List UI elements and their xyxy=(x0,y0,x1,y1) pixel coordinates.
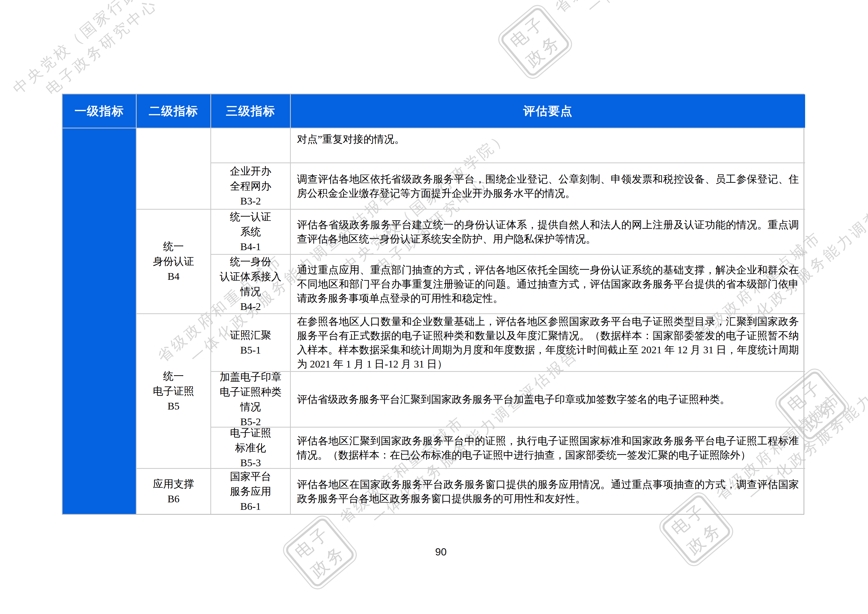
evaluation-indicator-table: 一级指标 二级指标 三级指标 评估要点 统一 身份认证 B4 统一 电子证照 B… xyxy=(62,94,804,515)
stamp-text-line1: 电子 xyxy=(505,10,550,53)
level3-cell-b3-2: 企业开办 全程网办 B3-2 xyxy=(211,163,291,210)
point-cell-b5-1: 在参照各地区人口数量和企业数量基础上，评估各地区参照国家政务平台电子证照类型目录… xyxy=(291,314,805,372)
egov-stamp-icon: 电子 政务 xyxy=(499,5,572,78)
point-text: 在参照各地区人口数量和企业数量基础上，评估各地区参照国家政务平台电子证照类型目录… xyxy=(297,314,799,371)
point-cell-b4-1: 评估各省级政务服务平台建立统一的身份认证体系，提供自然人和法人的网上注册及认证功… xyxy=(291,210,805,255)
level2-cell-empty xyxy=(136,129,211,210)
watermark-org-line1: 中央党校（国家行政学院） xyxy=(10,0,181,96)
egov-stamp-icon: 电子 政务 xyxy=(284,516,356,589)
header-level3-indicator: 三级指标 xyxy=(211,95,291,129)
point-text: 通过重点应用、重点部门抽查的方式，评估各地区依托全国统一身份认证系统的基础支撑，… xyxy=(297,263,799,305)
level3-cell-b5-3: 电子证照 标准化 B5-3 xyxy=(211,428,291,469)
point-cell-b5-3: 评估各地区汇聚到国家政务服务平台中的证照，执行电子证照国家标准和国家政务服务平台… xyxy=(291,428,805,469)
level3-cell-b5-2: 加盖电子印章 电子证照种类 情况 B5-2 xyxy=(211,372,291,428)
level3-cell-b5-1: 证照汇聚 B5-1 xyxy=(211,314,291,372)
header-level2-indicator: 二级指标 xyxy=(136,95,211,129)
point-cell-b5-2: 评估省级政务服务平台汇聚到国家政务服务平台加盖电子印章或加签数字签名的电子证照种… xyxy=(291,372,805,428)
watermark-text: 省级政府和重点城市 一体化政务服务能力调查评估报告 xyxy=(552,0,796,32)
point-text: 调查评估各地区依托省级政务服务平台，围绕企业登记、公章刻制、申领发票和税控设备、… xyxy=(297,172,799,200)
point-text: 对点”重复对接的情况。 xyxy=(297,132,799,146)
level2-cell-b6: 应用支撑 B6 xyxy=(136,469,211,514)
level3-cell-b4-2: 统一身份 认证体系接入 情况 B4-2 xyxy=(211,255,291,314)
level2-cell-b4: 统一 身份认证 B4 xyxy=(136,210,211,314)
level1-indicator-cell xyxy=(63,129,136,514)
level3-cell-b4-1: 统一认证 系统 B4-1 xyxy=(211,210,291,255)
level3-cell-b6-1: 国家平台 服务应用 B6-1 xyxy=(211,469,291,514)
stamp-text-line2: 政务 xyxy=(306,540,351,583)
stamp-text-line2: 政务 xyxy=(798,393,843,436)
watermark-org-line2: 电子政务研究中心 xyxy=(43,0,195,97)
point-cell-b3-2: 调查评估各地区依托省级政务服务平台，围绕企业登记、公章刻制、申领发票和税控设备、… xyxy=(291,163,805,210)
point-cell-b4-2: 通过重点应用、重点部门抽查的方式，评估各地区依托全国统一身份认证系统的基础支撑，… xyxy=(291,255,805,314)
point-cell-continued: 对点”重复对接的情况。 xyxy=(291,129,805,163)
document-page: 中央党校（国家行政学院） 电子政务研究中心 电子 政务 省级政府和重点城市 一体… xyxy=(0,0,868,614)
watermark-report-line1: 省级政府和重点城市 xyxy=(552,0,782,16)
point-text: 评估各地区在国家政务服务平台政务服务窗口提供的服务应用情况。通过重点事项抽查的方… xyxy=(297,478,799,506)
level2-cell-b5: 统一 电子证照 B5 xyxy=(136,314,211,469)
stamp-text-line1: 电子 xyxy=(290,521,335,564)
page-number: 90 xyxy=(435,546,447,558)
header-level1-indicator: 一级指标 xyxy=(63,95,136,129)
point-cell-b6-1: 评估各地区在国家政务服务平台政务服务窗口提供的服务应用情况。通过重点事项抽查的方… xyxy=(291,469,805,514)
stamp-text-line2: 政务 xyxy=(682,517,727,560)
stamp-text-line2: 政务 xyxy=(521,29,566,73)
level3-cell-continued xyxy=(211,129,291,163)
point-text: 评估省级政务服务平台汇聚到国家政务服务平台加盖电子印章或加签数字签名的电子证照种… xyxy=(297,392,799,406)
point-text: 评估各地区汇聚到国家政务服务平台中的证照，执行电子证照国家标准和国家政务服务平台… xyxy=(297,434,799,462)
header-evaluation-points: 评估要点 xyxy=(291,95,805,129)
point-text: 评估各省级政务服务平台建立统一的身份认证体系，提供自然人和法人的网上注册及认证功… xyxy=(297,218,799,246)
watermark-report-line2: 一体化政务服务能力调查评估报告 xyxy=(585,0,796,16)
watermark-stamp-topright: 电子 政务 省级政府和重点城市 一体化政务服务能力调查评估报告 xyxy=(499,0,800,78)
